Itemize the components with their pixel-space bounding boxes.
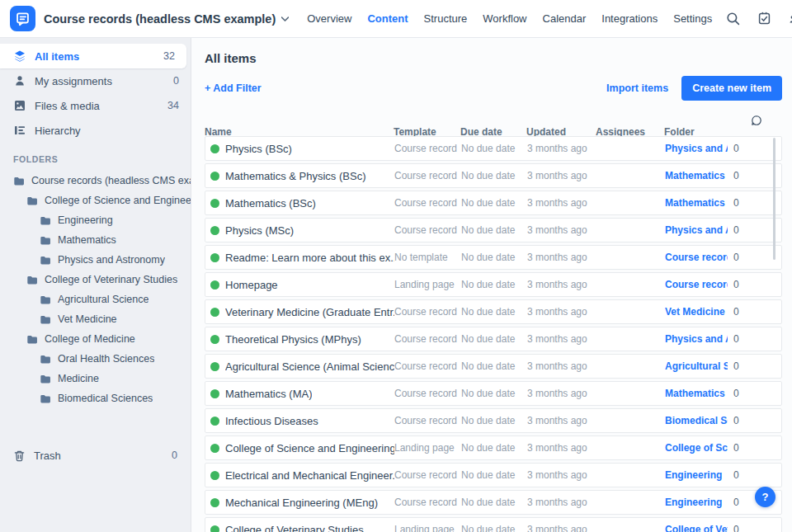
item-name: College of Science and Engineering <box>225 442 394 454</box>
sidebar-item-trash[interactable]: Trash 0 <box>0 443 191 468</box>
nav-tab-structure[interactable]: Structure <box>424 12 468 25</box>
table-row[interactable]: Physics (BSc) Course record No due date … <box>205 136 782 161</box>
sidebar-item-files-media[interactable]: Files & media 34 <box>0 93 191 118</box>
table-row[interactable]: Mechanical Engineering (MEng) Course rec… <box>205 490 782 515</box>
team-icon[interactable] <box>789 12 792 26</box>
item-template: Course record <box>394 469 461 481</box>
item-name: Infectious Diseases <box>225 415 318 427</box>
folder-tree-item[interactable]: College of Veterinary Studies <box>0 270 191 290</box>
folder-label: Medicine <box>58 373 99 384</box>
nav-tab-content[interactable]: Content <box>367 12 408 25</box>
item-comment-count: 0 <box>732 333 781 345</box>
status-dot <box>210 226 219 235</box>
folder-tree-item[interactable]: Physics and Astronomy <box>0 250 191 270</box>
item-name: Physics (MSc) <box>225 224 294 237</box>
item-due-date: No due date <box>461 497 527 508</box>
folder-tree-item[interactable]: Agricultural Science <box>0 290 191 309</box>
item-folder-link[interactable]: Course records (headless CMS example) <box>665 252 728 263</box>
item-due-date: No due date <box>461 360 527 372</box>
folder-tree-item[interactable]: College of Science and Engineering <box>0 191 191 210</box>
item-updated: 3 months ago <box>527 442 596 454</box>
table-row[interactable]: Readme: Learn more about this ex... No t… <box>205 245 782 270</box>
item-folder-link[interactable]: Engineering <box>665 497 728 508</box>
folder-label: College of Medicine <box>45 333 135 345</box>
sidebar: All items 32 My assignments 0 Files & me… <box>0 38 191 532</box>
item-template: Course record <box>394 497 461 508</box>
item-name: Electrical and Mechanical Engineer... <box>225 469 394 482</box>
folder-tree-item[interactable]: Biomedical Sciences <box>0 388 191 408</box>
item-updated: 3 months ago <box>527 333 596 345</box>
table-row[interactable]: Infectious Diseases Course record No due… <box>205 408 782 433</box>
folder-tree-item[interactable]: Medicine <box>0 369 191 388</box>
item-folder-link[interactable]: College of Veterinary Studies <box>665 524 728 532</box>
nav-tab-settings[interactable]: Settings <box>673 12 712 25</box>
search-icon[interactable] <box>726 12 740 26</box>
item-comment-count: 0 <box>732 388 781 399</box>
item-updated: 3 months ago <box>527 388 596 399</box>
sidebar-item-hierarchy[interactable]: Hierarchy <box>0 118 191 143</box>
table-row[interactable]: Agricultural Science (Animal Scienc... C… <box>205 354 782 379</box>
item-folder-link[interactable]: Biomedical Sciences <box>665 415 728 426</box>
nav-tab-integrations[interactable]: Integrations <box>601 12 658 25</box>
table-row[interactable]: Mathematics (MA) Course record No due da… <box>205 381 782 406</box>
item-updated: 3 months ago <box>527 279 596 290</box>
item-folder-link[interactable]: Physics and Astronomy <box>665 224 728 236</box>
folder-tree-item[interactable]: Oral Health Sciences <box>0 349 191 369</box>
help-button[interactable]: ? <box>755 487 776 507</box>
item-folder-link[interactable]: Physics and Astronomy <box>665 333 728 345</box>
item-comment-count: 0 <box>732 415 781 426</box>
item-folder-link[interactable]: Mathematics <box>665 388 728 399</box>
item-updated: 3 months ago <box>527 497 596 508</box>
table-row[interactable]: Veterinary Medicine (Graduate Entr... Co… <box>205 299 782 324</box>
folder-tree-item[interactable]: Course records (headless CMS example) <box>0 171 191 191</box>
item-folder-link[interactable]: Engineering <box>665 469 728 481</box>
table-row[interactable]: Physics (MSc) Course record No due date … <box>205 218 782 242</box>
folder-tree-item[interactable]: Vet Medicine <box>0 309 191 329</box>
page-title: All items <box>205 51 782 65</box>
nav-tab-calendar[interactable]: Calendar <box>543 12 587 25</box>
table-row[interactable]: Homepage Landing page No due date 3 mont… <box>205 272 782 297</box>
folder-tree-item[interactable]: Engineering <box>0 210 191 230</box>
tasks-icon[interactable] <box>757 12 771 26</box>
item-comment-count: 0 <box>732 524 781 532</box>
nav-tab-workflow[interactable]: Workflow <box>483 12 526 25</box>
item-template: Course record <box>394 197 461 209</box>
table-row[interactable]: College of Science and Engineering Landi… <box>205 435 782 460</box>
folder-tree-item[interactable]: College of Medicine <box>0 329 191 349</box>
item-name: Homepage <box>225 279 278 291</box>
main-content: All items + Add Filter Import items Crea… <box>191 38 792 532</box>
app-logo[interactable] <box>10 6 35 31</box>
item-folder-link[interactable]: Physics and Astronomy <box>665 143 728 154</box>
trash-icon <box>13 450 26 462</box>
table-row[interactable]: Mathematics & Physics (BSc) Course recor… <box>205 163 782 188</box>
item-template: Landing page <box>394 442 461 454</box>
item-folder-link[interactable]: Mathematics <box>665 197 728 209</box>
scrollbar-thumb[interactable] <box>773 138 776 260</box>
item-folder-link[interactable]: Course records (headless CMS example) <box>665 279 728 290</box>
table-row[interactable]: Theoretical Physics (MPhys) Course recor… <box>205 327 782 351</box>
table-row[interactable]: Mathematics (BSc) Course record No due d… <box>205 191 782 215</box>
sidebar-item-my-assignments[interactable]: My assignments 0 <box>0 68 191 93</box>
item-folder-link[interactable]: Agricultural Science <box>665 360 728 372</box>
sidebar-item-all-items[interactable]: All items 32 <box>0 44 186 68</box>
item-folder-link[interactable]: Mathematics <box>665 170 728 181</box>
item-folder-link[interactable]: College of Science and Engineering <box>665 442 728 454</box>
create-new-item-button[interactable]: Create new item <box>681 76 782 101</box>
item-template: Course record <box>394 224 461 236</box>
nav-tab-overview[interactable]: Overview <box>307 12 351 25</box>
table-row[interactable]: College of Veterinary Studies Landing pa… <box>205 517 782 532</box>
import-items-button[interactable]: Import items <box>606 82 668 94</box>
item-due-date: No due date <box>461 306 527 318</box>
item-due-date: No due date <box>461 279 527 290</box>
folder-label: Mathematics <box>58 234 116 246</box>
folder-tree-item[interactable]: Mathematics <box>0 230 191 250</box>
add-filter-button[interactable]: + Add Filter <box>205 82 262 94</box>
project-switcher[interactable]: Course records (headless CMS example) <box>44 12 289 26</box>
sidebar-item-count: 0 <box>173 75 179 87</box>
item-template: No template <box>394 252 461 263</box>
status-dot <box>210 172 219 181</box>
table-row[interactable]: Electrical and Mechanical Engineer... Co… <box>205 463 782 487</box>
item-folder-link[interactable]: Vet Medicine <box>665 306 728 318</box>
item-updated: 3 months ago <box>527 252 596 263</box>
item-name: Mathematics (BSc) <box>225 197 316 210</box>
